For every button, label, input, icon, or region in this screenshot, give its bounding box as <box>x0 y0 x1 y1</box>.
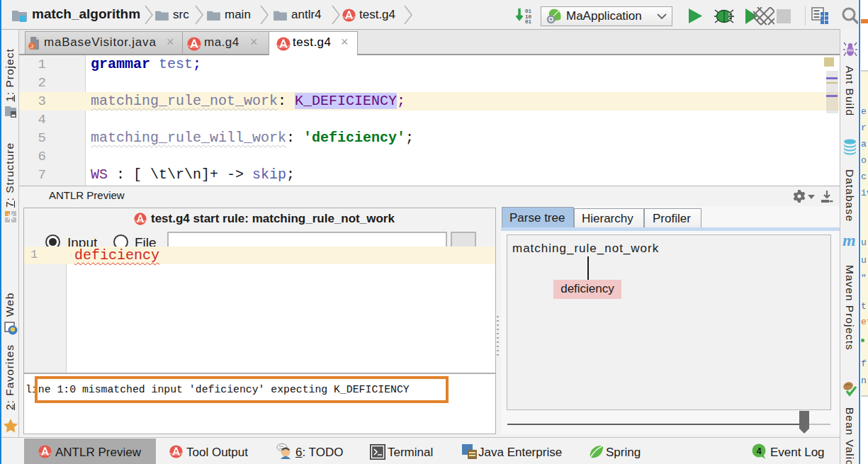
svg-text:4: 4 <box>756 446 762 456</box>
svg-text:01: 01 <box>525 19 532 25</box>
svg-text:J: J <box>30 43 33 50</box>
